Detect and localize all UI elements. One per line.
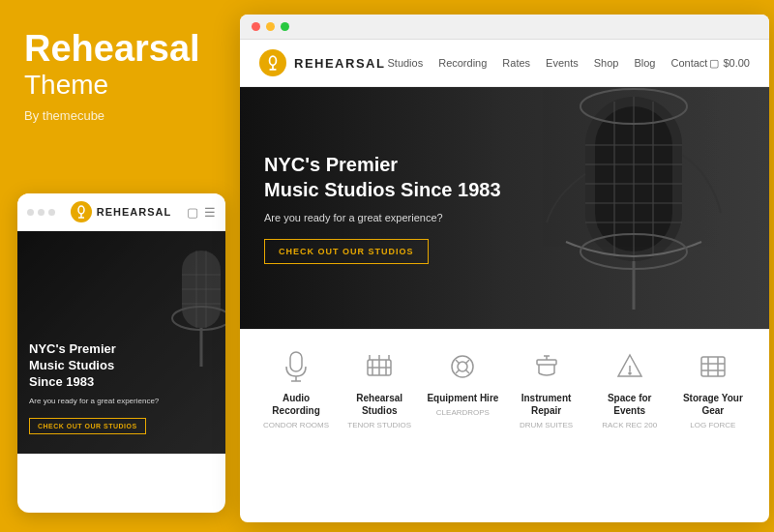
svg-line-43: [456, 369, 460, 373]
browser-close-dot: [252, 22, 260, 31]
rehearsal-studios-sub: TENOR STUDIOS: [347, 421, 411, 429]
theme-word: Theme: [24, 70, 216, 101]
nav-rates[interactable]: Rates: [502, 57, 530, 69]
site-hero-title: NYC's Premier Music Studios Since 1983: [264, 152, 501, 202]
svg-point-52: [629, 372, 631, 374]
mobile-preview-card: REHEARSAL ▢ ☰: [17, 193, 225, 513]
site-features: Audio Recording CONDOR ROOMS Rehearsal S…: [240, 329, 769, 444]
site-hero: NYC's Premier Music Studios Since 1983 A…: [240, 87, 769, 329]
space-for-events-sub: RACK REC 200: [602, 421, 657, 429]
svg-point-39: [452, 356, 473, 377]
nav-events[interactable]: Events: [546, 57, 579, 69]
site-navbar: REHEARSAL Studios Recording Rates Events…: [240, 40, 769, 87]
mobile-hero-title: NYC's PremierMusic StudiosSince 1983: [29, 341, 159, 391]
mobile-cart-icon: ▢: [187, 205, 198, 220]
browser-chrome: [240, 15, 769, 40]
space-for-events-title: Space for Events: [591, 392, 669, 417]
site-hero-content: NYC's Premier Music Studios Since 1983 A…: [264, 152, 501, 264]
mobile-card-header: REHEARSAL ▢ ☰: [17, 193, 225, 231]
nav-studios[interactable]: Studios: [387, 57, 423, 69]
theme-author: By themecube: [24, 108, 216, 123]
mobile-hero-sub: Are you ready for a great experience?: [29, 397, 159, 405]
mobile-dot-3: [48, 209, 55, 216]
feature-instrument-repair: Instrument Repair DRUM SUITES: [508, 349, 585, 429]
theme-title-block: Rehearsal Theme By themecube: [24, 29, 216, 123]
storage-gear-icon: [696, 349, 730, 384]
hero-title-line2: Music Studios Since 1983: [264, 179, 501, 200]
nav-contact[interactable]: Contact: [670, 57, 707, 69]
feature-equipment-hire: Equipment Hire CLEARDROPS: [424, 349, 501, 417]
mobile-logo: REHEARSAL: [71, 201, 171, 222]
nav-blog[interactable]: Blog: [634, 57, 655, 69]
site-logo-text: REHEARSAL: [294, 56, 385, 71]
mobile-hero: NYC's PremierMusic StudiosSince 1983 Are…: [17, 231, 225, 454]
rehearsal-studios-icon: [362, 349, 397, 384]
nav-recording[interactable]: Recording: [438, 57, 487, 69]
feature-rehearsal-studios: Rehearsal Studios TENOR STUDIOS: [341, 349, 418, 429]
mobile-dot-1: [27, 209, 34, 216]
svg-line-41: [456, 360, 460, 364]
cart-icon: ▢: [709, 57, 719, 70]
site-cta-button[interactable]: CHECK OUT OUR STUDIOS: [264, 239, 429, 264]
svg-line-42: [465, 360, 469, 364]
equipment-hire-title: Equipment Hire: [427, 392, 498, 404]
audio-recording-title: Audio Recording: [257, 392, 335, 417]
mobile-menu-icon: ☰: [204, 205, 216, 220]
cart-amount: $0.00: [723, 57, 750, 69]
mobile-mic-svg: [163, 241, 225, 396]
left-panel: Rehearsal Theme By themecube REHEARSAL: [0, 0, 240, 532]
svg-point-12: [270, 56, 277, 65]
feature-audio-recording: Audio Recording CONDOR ROOMS: [257, 349, 335, 429]
site-hero-sub: Are you ready for a great experience?: [264, 212, 501, 223]
browser-window: REHEARSAL Studios Recording Rates Events…: [240, 15, 769, 522]
svg-line-44: [465, 369, 469, 373]
feature-space-for-events: Space for Events RACK REC 200: [591, 349, 669, 429]
svg-point-0: [78, 206, 84, 214]
svg-rect-45: [537, 360, 556, 365]
instrument-repair-sub: DRUM SUITES: [520, 421, 573, 429]
instrument-repair-title: Instrument Repair: [508, 392, 585, 417]
storage-gear-title: Storage Your Gear: [674, 392, 752, 417]
hero-title-line1: NYC's Premier: [264, 154, 398, 175]
mobile-hero-content: NYC's PremierMusic StudiosSince 1983 Are…: [29, 341, 159, 434]
audio-recording-sub: CONDOR ROOMS: [263, 421, 329, 429]
rehearsal-studios-title: Rehearsal Studios: [341, 392, 418, 417]
mobile-cta-button[interactable]: CHECK OUT OUR STUDIOS: [29, 418, 146, 434]
mobile-dots: [27, 209, 55, 216]
theme-name: Rehearsal: [24, 29, 216, 70]
mobile-logo-icon: [71, 201, 92, 222]
storage-gear-sub: LOG FORCE: [690, 421, 735, 429]
site-logo-icon: [259, 49, 286, 76]
equipment-hire-icon: [445, 349, 480, 384]
mobile-logo-text: REHEARSAL: [97, 206, 171, 218]
feature-storage-gear: Storage Your Gear LOG FORCE: [674, 349, 752, 429]
mobile-dot-2: [38, 209, 45, 216]
svg-rect-53: [701, 357, 725, 376]
site-logo: REHEARSAL: [259, 49, 385, 76]
nav-shop[interactable]: Shop: [594, 57, 619, 69]
browser-minimize-dot: [266, 22, 275, 31]
hero-mic-svg: [498, 87, 769, 329]
mobile-nav-icons: ▢ ☰: [187, 205, 216, 220]
space-for-events-icon: [612, 349, 647, 384]
audio-recording-icon: [279, 349, 313, 384]
site-cart[interactable]: ▢ $0.00: [709, 57, 750, 70]
instrument-repair-icon: [529, 349, 564, 384]
equipment-hire-sub: CLEARDROPS: [436, 408, 490, 417]
site-nav-links: Studios Recording Rates Events Shop Blog…: [387, 57, 707, 69]
svg-rect-28: [290, 352, 302, 371]
browser-maximize-dot: [281, 22, 289, 31]
